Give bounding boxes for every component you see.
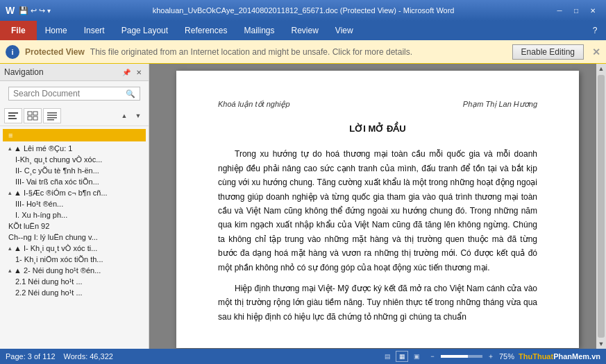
protected-view-message: This file originated from an Internet lo… — [90, 47, 507, 57]
nav-item[interactable]: KÕt luËn 92 — [0, 220, 149, 232]
site-logo: ThuThuatPhanMem.vn — [519, 352, 600, 361]
scroll-up-icon[interactable]: ▲ — [596, 64, 606, 73]
qa-undo-btn[interactable]: ↩ — [31, 6, 37, 15]
svg-rect-3 — [28, 112, 32, 115]
close-button[interactable]: ✕ — [585, 3, 600, 17]
scroll-down-icon[interactable]: ▼ — [596, 339, 606, 349]
word-count: Words: 46,322 — [64, 352, 113, 361]
tab-view[interactable]: View — [327, 21, 362, 40]
nav-close-icon[interactable]: ✕ — [133, 67, 144, 78]
doc-header-left: Khoá luận tốt nghiệp — [218, 98, 290, 111]
title-bar: W 💾 ↩ ↪ ▾ khoaluan_UvBcOkCAye_2014080201… — [0, 0, 606, 21]
ribbon: File Home Insert Page Layout References … — [0, 21, 606, 40]
pages-icon — [27, 111, 38, 121]
nav-item[interactable]: 2.2 Néi dung ho¹t ... — [0, 287, 149, 298]
svg-rect-1 — [8, 115, 15, 116]
scroll-thumb[interactable] — [598, 75, 605, 338]
navigation-header: Navigation 📌 ✕ — [0, 64, 149, 81]
nav-item[interactable]: II- C¸c yÕu tè ¶nh h-ën... — [0, 165, 149, 176]
window-title: khoaluan_UvBcOkCAye_20140802011812_65671… — [55, 6, 552, 15]
svg-rect-8 — [47, 115, 57, 116]
document-area: Khoá luận tốt nghiệp Phạm Thị Lan Hương … — [149, 64, 606, 349]
svg-rect-9 — [47, 117, 57, 119]
svg-rect-6 — [33, 116, 37, 120]
navigation-panel: Navigation 📌 ✕ 🔍 — [0, 64, 149, 349]
main-area: Navigation 📌 ✕ 🔍 — [0, 64, 606, 349]
search-input[interactable] — [13, 89, 126, 98]
nav-item[interactable]: ▴ ▲ I- Kh¸i qu¸t vÒ xóc ti... — [0, 243, 149, 254]
nav-item[interactable]: ▴ ▲ Lêi mé ®Çu: 1 — [0, 143, 149, 154]
nav-view-headings-btn[interactable] — [4, 108, 22, 123]
status-left: Page: 3 of 112 Words: 46,322 — [6, 352, 113, 361]
nav-item[interactable]: 2.1 Néi dung ho¹t ... — [0, 276, 149, 287]
nav-item[interactable]: III- Ho¹t ®én... — [0, 198, 149, 209]
page-info: Page: 3 of 112 — [6, 352, 56, 361]
tab-insert[interactable]: Insert — [76, 21, 113, 40]
nav-item[interactable]: ▴ ▲ 2- Néi dung ho¹t ®én... — [0, 265, 149, 276]
doc-header-right: Phạm Thị Lan Hương — [463, 98, 537, 111]
tab-mailings[interactable]: Mailings — [235, 21, 283, 40]
tab-home[interactable]: Home — [37, 21, 76, 40]
nav-item[interactable]: Ch--ng I: lý luËn chung v... — [0, 232, 149, 243]
view-full-btn[interactable]: ▦ — [396, 351, 408, 362]
nav-view-buttons: ▲ ▼ — [0, 106, 149, 126]
zoom-slider-fill — [441, 355, 468, 358]
zoom-out-btn[interactable]: － — [427, 351, 438, 362]
document-scroll-area[interactable]: Khoá luận tốt nghiệp Phạm Thị Lan Hương … — [149, 64, 606, 349]
nav-item[interactable]: I. Xu h-íng ph... — [0, 209, 149, 220]
zoom-slider[interactable] — [441, 355, 482, 358]
nav-item[interactable]: ▴ ▲ I-§Æc ®iÓm c¬ b¶n cñ... — [0, 187, 149, 198]
qa-redo-btn[interactable]: ↪ — [39, 6, 45, 15]
nav-view-results-btn[interactable] — [43, 108, 61, 123]
headings-icon — [8, 111, 19, 121]
svg-rect-4 — [33, 112, 37, 115]
svg-rect-7 — [47, 112, 57, 114]
view-web-btn[interactable]: ▣ — [410, 351, 423, 362]
protected-bar-close-icon[interactable]: ✕ — [592, 46, 600, 58]
navigation-tree: ≡ ▴ ▲ Lêi mé ®Çu: 1 I-Kh¸ qu¸t chung vÒ … — [0, 126, 149, 349]
qa-more-btn[interactable]: ▾ — [47, 7, 51, 15]
search-box[interactable]: 🔍 — [8, 87, 140, 101]
tab-references[interactable]: References — [176, 21, 235, 40]
document-body[interactable]: Trong xu hướng tự do hoá thương mại toàn… — [218, 147, 537, 324]
tab-review[interactable]: Review — [283, 21, 326, 40]
results-icon — [47, 111, 58, 121]
nav-item[interactable]: III- Vai trß cña xóc tiÕn... — [0, 176, 149, 187]
document-header: Khoá luận tốt nghiệp Phạm Thị Lan Hương — [218, 98, 537, 111]
zoom-in-btn[interactable]: ＋ — [485, 351, 496, 362]
vertical-scrollbar[interactable]: ▲ ▼ — [596, 64, 606, 349]
svg-rect-0 — [8, 112, 18, 114]
status-right: ▤ ▦ ▣ － ＋ 75% ThuThuatPhanMem.vn — [381, 351, 600, 362]
nav-prev-btn[interactable]: ▲ — [118, 110, 131, 122]
search-container: 🔍 — [0, 81, 149, 106]
nav-view-pages-btn[interactable] — [24, 108, 42, 123]
minimize-button[interactable]: ─ — [552, 3, 567, 17]
document-page: Khoá luận tốt nghiệp Phạm Thị Lan Hương … — [176, 71, 579, 348]
svg-rect-10 — [47, 119, 54, 121]
document-paragraph: Hiệp định thương mại Việt- Mỹ được ký kế… — [218, 281, 537, 324]
tab-page-layout[interactable]: Page Layout — [113, 21, 176, 40]
protected-view-bar: i Protected View This file originated fr… — [0, 40, 606, 64]
nav-item[interactable]: 1- Kh¸i niÖm xóc tiÕn th... — [0, 254, 149, 265]
document-paragraph: Trong xu hướng tự do hoá thương mại toàn… — [218, 147, 537, 275]
help-btn[interactable]: ? — [588, 24, 602, 37]
nav-section-header[interactable]: ≡ — [3, 129, 146, 141]
navigation-panel-title: Navigation — [4, 67, 44, 77]
nav-next-btn[interactable]: ▼ — [132, 110, 144, 122]
view-mode-buttons: ▤ ▦ ▣ — [381, 351, 423, 362]
view-print-btn[interactable]: ▤ — [381, 351, 394, 362]
qa-save-btn[interactable]: 💾 — [19, 6, 28, 15]
zoom-level: 75% — [499, 352, 514, 361]
nav-pin-icon[interactable]: 📌 — [121, 67, 132, 78]
tab-file[interactable]: File — [0, 21, 37, 40]
search-icon: 🔍 — [126, 89, 135, 98]
document-title: LỜI MỞ ĐẦU — [218, 122, 537, 137]
svg-rect-2 — [8, 118, 17, 119]
svg-rect-5 — [28, 116, 32, 120]
nav-item[interactable]: I-Kh¸ qu¸t chung vÒ xóc... — [0, 154, 149, 165]
enable-editing-button[interactable]: Enable Editing — [512, 44, 584, 60]
protected-info-icon: i — [6, 45, 19, 59]
maximize-button[interactable]: □ — [569, 3, 584, 17]
zoom-controls: － ＋ 75% — [427, 351, 514, 362]
protected-view-label: Protected View — [25, 47, 85, 57]
